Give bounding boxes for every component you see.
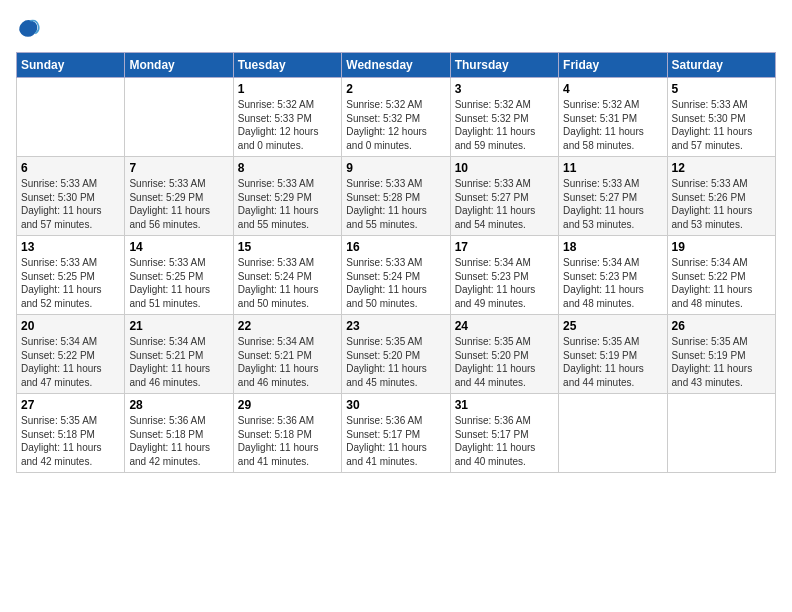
calendar-cell: 19 Sunrise: 5:34 AM Sunset: 5:22 PM Dayl… — [667, 236, 775, 315]
calendar-cell: 17 Sunrise: 5:34 AM Sunset: 5:23 PM Dayl… — [450, 236, 558, 315]
sunrise-text: Sunrise: 5:33 AM — [455, 177, 554, 191]
day-number: 18 — [563, 240, 662, 254]
daylight-text: Daylight: 11 hours and 42 minutes. — [129, 441, 228, 468]
daylight-text: Daylight: 11 hours and 48 minutes. — [563, 283, 662, 310]
day-number: 1 — [238, 82, 337, 96]
weekday-header-sunday: Sunday — [17, 53, 125, 78]
calendar-cell: 1 Sunrise: 5:32 AM Sunset: 5:33 PM Dayli… — [233, 78, 341, 157]
calendar-cell: 21 Sunrise: 5:34 AM Sunset: 5:21 PM Dayl… — [125, 315, 233, 394]
daylight-text: Daylight: 11 hours and 57 minutes. — [21, 204, 120, 231]
daylight-text: Daylight: 11 hours and 45 minutes. — [346, 362, 445, 389]
day-number: 13 — [21, 240, 120, 254]
calendar-cell: 16 Sunrise: 5:33 AM Sunset: 5:24 PM Dayl… — [342, 236, 450, 315]
sunrise-text: Sunrise: 5:36 AM — [455, 414, 554, 428]
sunrise-text: Sunrise: 5:33 AM — [346, 177, 445, 191]
sunset-text: Sunset: 5:28 PM — [346, 191, 445, 205]
sunrise-text: Sunrise: 5:35 AM — [346, 335, 445, 349]
cell-info: Sunrise: 5:34 AM Sunset: 5:23 PM Dayligh… — [455, 256, 554, 310]
day-number: 19 — [672, 240, 771, 254]
cell-info: Sunrise: 5:33 AM Sunset: 5:30 PM Dayligh… — [21, 177, 120, 231]
calendar-cell: 6 Sunrise: 5:33 AM Sunset: 5:30 PM Dayli… — [17, 157, 125, 236]
cell-info: Sunrise: 5:33 AM Sunset: 5:29 PM Dayligh… — [238, 177, 337, 231]
daylight-text: Daylight: 12 hours and 0 minutes. — [346, 125, 445, 152]
calendar-cell — [17, 78, 125, 157]
daylight-text: Daylight: 11 hours and 53 minutes. — [672, 204, 771, 231]
sunset-text: Sunset: 5:25 PM — [129, 270, 228, 284]
daylight-text: Daylight: 11 hours and 53 minutes. — [563, 204, 662, 231]
sunrise-text: Sunrise: 5:36 AM — [129, 414, 228, 428]
day-number: 16 — [346, 240, 445, 254]
cell-info: Sunrise: 5:32 AM Sunset: 5:32 PM Dayligh… — [346, 98, 445, 152]
cell-info: Sunrise: 5:32 AM Sunset: 5:33 PM Dayligh… — [238, 98, 337, 152]
calendar-cell: 7 Sunrise: 5:33 AM Sunset: 5:29 PM Dayli… — [125, 157, 233, 236]
sunrise-text: Sunrise: 5:34 AM — [238, 335, 337, 349]
cell-info: Sunrise: 5:33 AM Sunset: 5:25 PM Dayligh… — [21, 256, 120, 310]
cell-info: Sunrise: 5:35 AM Sunset: 5:19 PM Dayligh… — [672, 335, 771, 389]
daylight-text: Daylight: 11 hours and 46 minutes. — [129, 362, 228, 389]
cell-info: Sunrise: 5:36 AM Sunset: 5:17 PM Dayligh… — [346, 414, 445, 468]
sunrise-text: Sunrise: 5:34 AM — [672, 256, 771, 270]
cell-info: Sunrise: 5:33 AM Sunset: 5:27 PM Dayligh… — [563, 177, 662, 231]
day-number: 10 — [455, 161, 554, 175]
sunset-text: Sunset: 5:21 PM — [238, 349, 337, 363]
daylight-text: Daylight: 11 hours and 51 minutes. — [129, 283, 228, 310]
sunset-text: Sunset: 5:32 PM — [346, 112, 445, 126]
cell-info: Sunrise: 5:33 AM Sunset: 5:27 PM Dayligh… — [455, 177, 554, 231]
day-number: 6 — [21, 161, 120, 175]
day-number: 24 — [455, 319, 554, 333]
sunrise-text: Sunrise: 5:32 AM — [455, 98, 554, 112]
daylight-text: Daylight: 11 hours and 48 minutes. — [672, 283, 771, 310]
sunset-text: Sunset: 5:24 PM — [238, 270, 337, 284]
calendar-cell: 25 Sunrise: 5:35 AM Sunset: 5:19 PM Dayl… — [559, 315, 667, 394]
sunset-text: Sunset: 5:29 PM — [129, 191, 228, 205]
weekday-header-monday: Monday — [125, 53, 233, 78]
calendar-cell — [667, 394, 775, 473]
weekday-header-thursday: Thursday — [450, 53, 558, 78]
day-number: 21 — [129, 319, 228, 333]
calendar-cell: 2 Sunrise: 5:32 AM Sunset: 5:32 PM Dayli… — [342, 78, 450, 157]
calendar-cell: 28 Sunrise: 5:36 AM Sunset: 5:18 PM Dayl… — [125, 394, 233, 473]
calendar-cell: 18 Sunrise: 5:34 AM Sunset: 5:23 PM Dayl… — [559, 236, 667, 315]
page-header — [16, 16, 776, 40]
sunset-text: Sunset: 5:32 PM — [455, 112, 554, 126]
cell-info: Sunrise: 5:32 AM Sunset: 5:32 PM Dayligh… — [455, 98, 554, 152]
sunrise-text: Sunrise: 5:33 AM — [21, 256, 120, 270]
sunset-text: Sunset: 5:19 PM — [563, 349, 662, 363]
sunrise-text: Sunrise: 5:33 AM — [238, 177, 337, 191]
cell-info: Sunrise: 5:33 AM Sunset: 5:25 PM Dayligh… — [129, 256, 228, 310]
daylight-text: Daylight: 11 hours and 44 minutes. — [455, 362, 554, 389]
sunrise-text: Sunrise: 5:33 AM — [672, 98, 771, 112]
cell-info: Sunrise: 5:34 AM Sunset: 5:21 PM Dayligh… — [238, 335, 337, 389]
sunset-text: Sunset: 5:18 PM — [129, 428, 228, 442]
daylight-text: Daylight: 11 hours and 41 minutes. — [346, 441, 445, 468]
daylight-text: Daylight: 11 hours and 59 minutes. — [455, 125, 554, 152]
sunset-text: Sunset: 5:17 PM — [346, 428, 445, 442]
calendar-cell: 3 Sunrise: 5:32 AM Sunset: 5:32 PM Dayli… — [450, 78, 558, 157]
cell-info: Sunrise: 5:35 AM Sunset: 5:19 PM Dayligh… — [563, 335, 662, 389]
day-number: 26 — [672, 319, 771, 333]
calendar-cell: 9 Sunrise: 5:33 AM Sunset: 5:28 PM Dayli… — [342, 157, 450, 236]
weekday-header-saturday: Saturday — [667, 53, 775, 78]
sunset-text: Sunset: 5:27 PM — [563, 191, 662, 205]
sunrise-text: Sunrise: 5:32 AM — [563, 98, 662, 112]
calendar-cell: 11 Sunrise: 5:33 AM Sunset: 5:27 PM Dayl… — [559, 157, 667, 236]
calendar-cell: 22 Sunrise: 5:34 AM Sunset: 5:21 PM Dayl… — [233, 315, 341, 394]
daylight-text: Daylight: 11 hours and 50 minutes. — [238, 283, 337, 310]
cell-info: Sunrise: 5:32 AM Sunset: 5:31 PM Dayligh… — [563, 98, 662, 152]
calendar-cell: 29 Sunrise: 5:36 AM Sunset: 5:18 PM Dayl… — [233, 394, 341, 473]
cell-info: Sunrise: 5:34 AM Sunset: 5:22 PM Dayligh… — [21, 335, 120, 389]
weekday-header-row: SundayMondayTuesdayWednesdayThursdayFrid… — [17, 53, 776, 78]
cell-info: Sunrise: 5:35 AM Sunset: 5:20 PM Dayligh… — [346, 335, 445, 389]
day-number: 5 — [672, 82, 771, 96]
sunset-text: Sunset: 5:26 PM — [672, 191, 771, 205]
sunset-text: Sunset: 5:22 PM — [21, 349, 120, 363]
sunset-text: Sunset: 5:25 PM — [21, 270, 120, 284]
calendar-week-row: 1 Sunrise: 5:32 AM Sunset: 5:33 PM Dayli… — [17, 78, 776, 157]
daylight-text: Daylight: 11 hours and 57 minutes. — [672, 125, 771, 152]
daylight-text: Daylight: 11 hours and 50 minutes. — [346, 283, 445, 310]
calendar-cell: 23 Sunrise: 5:35 AM Sunset: 5:20 PM Dayl… — [342, 315, 450, 394]
sunrise-text: Sunrise: 5:34 AM — [21, 335, 120, 349]
day-number: 27 — [21, 398, 120, 412]
calendar-table: SundayMondayTuesdayWednesdayThursdayFrid… — [16, 52, 776, 473]
sunset-text: Sunset: 5:33 PM — [238, 112, 337, 126]
